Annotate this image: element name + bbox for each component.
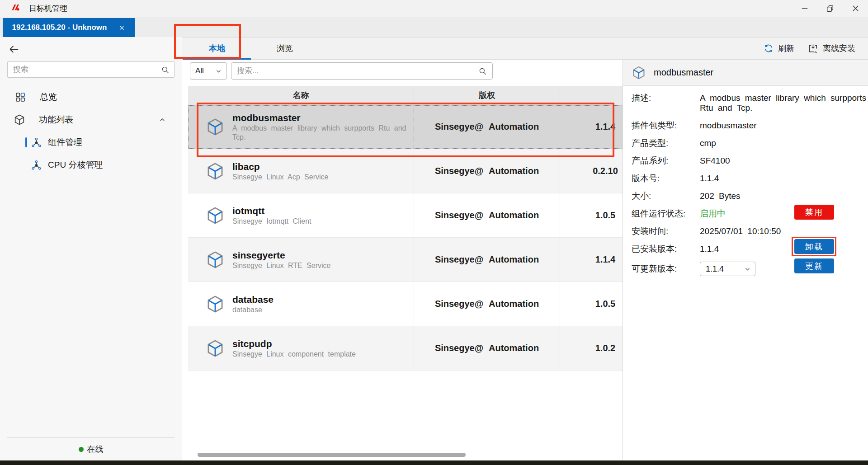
column-header-copyright: 版权 bbox=[414, 90, 560, 101]
sidebar-item-overview[interactable]: 总览 bbox=[0, 86, 182, 108]
column-header-name: 名称 bbox=[188, 90, 414, 101]
connection-tab[interactable]: 192.168.105.20 - Unknown bbox=[3, 18, 135, 37]
disable-button[interactable]: 禁用 bbox=[794, 205, 834, 220]
tab-browse[interactable]: 浏览 bbox=[251, 38, 319, 59]
detail-title: modbusmaster bbox=[654, 67, 713, 78]
table-row-sitcpudp[interactable]: sitcpudp Sinsegye Linux component templa… bbox=[188, 326, 623, 371]
connection-tab-close-icon[interactable] bbox=[118, 24, 125, 31]
package-search-input[interactable] bbox=[237, 66, 478, 75]
table-row-libacp[interactable]: libacp Sinsegye Linux Acp Service Sinseg… bbox=[188, 149, 623, 193]
table-row-database[interactable]: database database Sinsegye@ Automation 1… bbox=[188, 282, 623, 326]
detail-field-package-type: 插件包类型: modbusmaster bbox=[632, 121, 868, 131]
uninstall-button[interactable]: 卸载 bbox=[794, 239, 834, 254]
component-cube-icon bbox=[206, 339, 225, 358]
back-button[interactable] bbox=[8, 43, 22, 55]
status-badge: 启用中 bbox=[700, 209, 867, 219]
online-status-label: 在线 bbox=[87, 444, 104, 455]
refresh-icon bbox=[764, 43, 774, 53]
package-search-box[interactable] bbox=[231, 62, 493, 80]
overview-grid-icon bbox=[15, 92, 26, 103]
component-cube-icon bbox=[206, 162, 225, 181]
tab-local[interactable]: 本地 bbox=[183, 38, 251, 59]
detail-field-description: 描述: A modbus master library which surppo… bbox=[632, 93, 868, 113]
cpu-node-icon bbox=[31, 160, 42, 170]
chevron-down-icon bbox=[744, 265, 751, 273]
table-header: 名称 版权 bbox=[188, 86, 623, 105]
search-icon bbox=[161, 66, 170, 74]
offline-install-button[interactable]: 离线安装 bbox=[808, 43, 855, 54]
app-logo-icon bbox=[11, 3, 22, 14]
package-table: 名称 版权 modbusmaster A modbus master libra… bbox=[188, 86, 623, 371]
sidebar-footer-divider bbox=[7, 437, 175, 438]
detail-field-version: 版本号: 1.1.4 bbox=[632, 174, 868, 183]
title-bar: 目标机管理 bbox=[0, 0, 868, 17]
type-filter-select[interactable]: All bbox=[190, 62, 227, 80]
detail-field-install-time: 安装时间: 2025/07/01 10:10:50 bbox=[632, 226, 868, 236]
offline-install-icon bbox=[808, 43, 818, 54]
table-row-iotmqtt[interactable]: iotmqtt Sinsegye Iotmqtt Client Sinsegye… bbox=[188, 193, 623, 238]
detail-header: modbusmaster bbox=[623, 60, 868, 86]
toolbar: 本地 浏览 刷新 离线安装 bbox=[182, 37, 868, 60]
selected-indicator-bar bbox=[25, 137, 27, 147]
component-node-icon bbox=[31, 137, 42, 148]
component-cube-icon bbox=[206, 206, 225, 225]
component-cube-icon bbox=[206, 250, 225, 269]
component-cube-icon bbox=[206, 295, 225, 314]
table-row-sinsegyerte[interactable]: sinsegyerte Sinsegye Linux RTE Service S… bbox=[188, 238, 623, 282]
package-list-pane: All 名称 版权 bbox=[182, 60, 623, 460]
updatable-version-select[interactable]: 1.1.4 bbox=[700, 262, 755, 276]
restore-button[interactable] bbox=[817, 0, 843, 17]
table-row-modbusmaster[interactable]: modbusmaster A modbus master library whi… bbox=[188, 105, 623, 149]
window-title: 目标机管理 bbox=[29, 3, 67, 14]
sidebar-item-component-management[interactable]: 组件管理 bbox=[0, 131, 182, 154]
update-button[interactable]: 更新 bbox=[794, 258, 834, 273]
view-tabs: 本地 浏览 bbox=[183, 38, 319, 59]
minimize-button[interactable] bbox=[792, 0, 817, 17]
detail-field-product-type: 产品类型: cmp bbox=[632, 138, 868, 148]
function-list-cube-icon bbox=[14, 114, 25, 126]
component-cube-icon bbox=[632, 66, 646, 80]
chevron-down-icon bbox=[215, 67, 222, 75]
close-button[interactable] bbox=[843, 0, 868, 17]
component-cube-icon bbox=[206, 117, 225, 136]
sidebar-item-function-list[interactable]: 功能列表 bbox=[0, 108, 182, 131]
sidebar-search-input[interactable] bbox=[13, 65, 161, 74]
online-status-dot bbox=[79, 447, 84, 452]
detail-field-size: 大小: 202 Bytes bbox=[632, 191, 868, 201]
horizontal-scrollbar[interactable] bbox=[198, 453, 466, 457]
sidebar-nav: 总览 功能列表 组件管理 bbox=[0, 86, 182, 176]
chevron-up-icon[interactable] bbox=[158, 116, 166, 124]
search-icon bbox=[478, 67, 487, 75]
connection-tab-label: 192.168.105.20 - Unknown bbox=[12, 23, 107, 32]
refresh-button[interactable]: 刷新 bbox=[764, 43, 794, 54]
bottom-edge-bar bbox=[0, 460, 868, 465]
sidebar-item-cpu-core-management[interactable]: CPU 分核管理 bbox=[0, 154, 182, 176]
sidebar: 总览 功能列表 组件管理 bbox=[0, 37, 182, 460]
detail-field-product-series: 产品系列: SF4100 bbox=[632, 156, 868, 166]
connection-tab-strip: 192.168.105.20 - Unknown bbox=[0, 17, 868, 37]
sidebar-search-box[interactable] bbox=[7, 61, 175, 78]
connection-status: 在线 bbox=[0, 444, 182, 455]
detail-pane: modbusmaster 描述: A modbus master library… bbox=[623, 60, 868, 460]
